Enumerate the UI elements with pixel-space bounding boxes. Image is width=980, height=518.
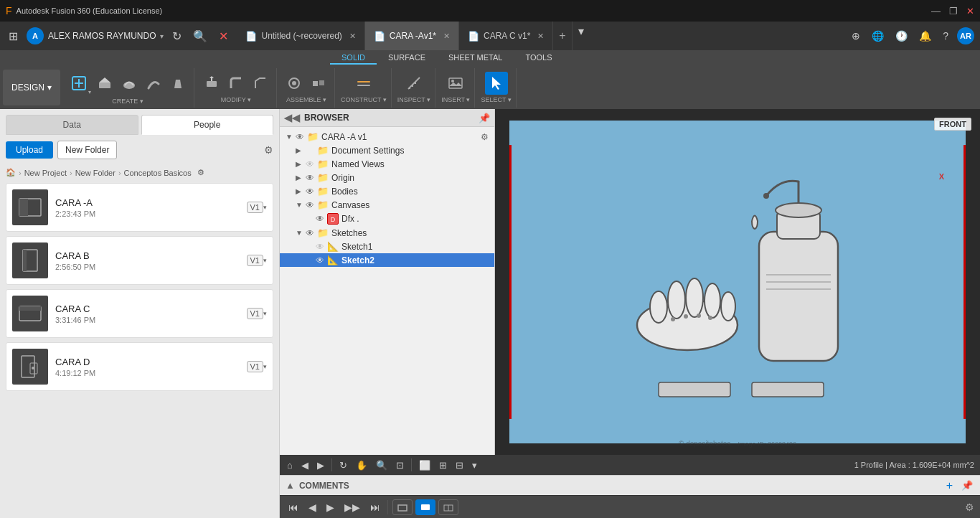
- help-icon[interactable]: ?: [940, 27, 951, 44]
- breadcrumb-settings-icon[interactable]: ⚙: [197, 168, 204, 177]
- user-profile[interactable]: A ALEX RAMOS RAYMUNDO ▾: [27, 27, 164, 44]
- extrude-button[interactable]: [93, 72, 116, 95]
- tab-cara-c-close[interactable]: ✕: [537, 32, 544, 41]
- tab-tools[interactable]: TOOLS: [514, 52, 563, 65]
- timeline-btn-sketch[interactable]: [392, 499, 413, 515]
- origin-expand-icon[interactable]: ▶: [296, 174, 306, 182]
- viewport[interactable]: Z X FRONT: [495, 109, 980, 455]
- playback-settings-icon[interactable]: ⚙: [965, 501, 974, 513]
- clock-icon[interactable]: 🕐: [892, 27, 910, 44]
- file-item-cara-a[interactable]: CARA -A 2:23:43 PM V1 ▾: [6, 183, 273, 232]
- file-item-cara-d[interactable]: CARA D 4:19:12 PM V1 ▾: [6, 342, 273, 391]
- sketches-eye-icon[interactable]: 👁: [306, 228, 317, 238]
- canvases-eye-icon[interactable]: 👁: [306, 200, 317, 210]
- bodies-expand-icon[interactable]: ▶: [296, 187, 306, 195]
- user-avatar-right[interactable]: AR: [957, 27, 974, 44]
- file-version-chevron-cara-a[interactable]: ▾: [263, 204, 267, 211]
- close-button[interactable]: ✕: [966, 6, 974, 17]
- named-views-expand-icon[interactable]: ▶: [296, 160, 306, 168]
- vp-pan-icon[interactable]: ✋: [354, 458, 369, 472]
- root-expand-icon[interactable]: ▼: [286, 133, 296, 141]
- sketch1-eye-icon[interactable]: 👁: [316, 242, 327, 252]
- upload-button[interactable]: Upload: [6, 141, 53, 159]
- as-built-joint-button[interactable]: [307, 72, 330, 95]
- file-version-cara-d[interactable]: V1: [247, 361, 263, 372]
- file-item-cara-c[interactable]: CARA C 3:31:46 PM V1 ▾: [6, 289, 273, 338]
- browser-item-sketch2[interactable]: ▶ 👁 📐 Sketch2: [280, 253, 494, 267]
- file-version-chevron-cara-c[interactable]: ▾: [263, 310, 267, 317]
- select-button[interactable]: [485, 72, 508, 95]
- new-component-button[interactable]: ▾: [66, 70, 92, 96]
- playback-next-button[interactable]: ▶▶: [341, 500, 363, 514]
- measure-button[interactable]: [402, 72, 425, 95]
- root-eye-icon[interactable]: 👁: [296, 132, 307, 142]
- timeline-btn-wireframe[interactable]: [438, 499, 458, 515]
- data-tab[interactable]: Data: [6, 115, 138, 135]
- tab-cara-av1[interactable]: 📄 CARA -Av1* ✕: [365, 22, 459, 50]
- notifications-icon[interactable]: 🔔: [916, 27, 934, 44]
- comments-collapse-icon[interactable]: ▲: [286, 480, 295, 491]
- online-icon[interactable]: 🌐: [869, 27, 887, 44]
- breadcrumb-current[interactable]: Conceptos Basicos: [124, 169, 192, 177]
- tab-dropdown-icon[interactable]: ▾: [575, 22, 587, 50]
- playback-last-button[interactable]: ⏭: [367, 500, 383, 514]
- file-version-cara-a[interactable]: V1: [247, 202, 263, 213]
- vp-display-icon[interactable]: ⬜: [418, 458, 432, 472]
- tab-untitled[interactable]: 📄 Untitled (~recovered) ✕: [237, 22, 364, 50]
- sketches-expand-icon[interactable]: ▼: [296, 229, 306, 237]
- browser-item-named-views[interactable]: ▶ 👁 📁 Named Views: [280, 157, 494, 171]
- file-item-cara-b[interactable]: CARA B 2:56:50 PM V1 ▾: [6, 236, 273, 285]
- breadcrumb-home-icon[interactable]: 🏠: [6, 168, 16, 177]
- file-version-cara-c[interactable]: V1: [247, 308, 263, 319]
- offset-plane-button[interactable]: [352, 72, 375, 95]
- file-version-chevron-cara-b[interactable]: ▾: [263, 257, 267, 264]
- browser-item-sketch1[interactable]: ▶ 👁 📐 Sketch1: [280, 240, 494, 253]
- vp-more-icon[interactable]: ▾: [471, 458, 479, 472]
- comments-pin-icon[interactable]: 📌: [960, 479, 974, 492]
- vp-home-icon[interactable]: ⌂: [286, 458, 294, 472]
- named-views-eye-icon[interactable]: 👁: [306, 159, 317, 169]
- loft-button[interactable]: [166, 72, 189, 95]
- tab-untitled-close[interactable]: ✕: [349, 32, 356, 41]
- tab-cara-av1-close[interactable]: ✕: [443, 32, 450, 41]
- timeline-btn-solid[interactable]: [415, 499, 435, 515]
- file-version-cara-b[interactable]: V1: [247, 255, 263, 266]
- bodies-eye-icon[interactable]: 👁: [306, 187, 317, 197]
- browser-item-sketches[interactable]: ▼ 👁 📁 Sketches: [280, 226, 494, 240]
- maximize-button[interactable]: ❐: [949, 6, 958, 17]
- people-tab[interactable]: People: [141, 115, 274, 135]
- playback-play-button[interactable]: ▶: [324, 500, 337, 514]
- browser-item-bodies[interactable]: ▶ 👁 📁 Bodies: [280, 184, 494, 198]
- vp-fit-icon[interactable]: ⊡: [395, 458, 405, 472]
- vp-prev-icon[interactable]: ◀: [300, 458, 310, 472]
- revolve-button[interactable]: [118, 72, 141, 95]
- tab-sheet-metal[interactable]: SHEET METAL: [437, 52, 514, 65]
- browser-item-canvases[interactable]: ▼ 👁 📁 Canvases: [280, 198, 494, 212]
- dfx-eye-icon[interactable]: 👁: [316, 214, 327, 224]
- playback-first-button[interactable]: ⏮: [286, 500, 301, 514]
- vp-next-icon[interactable]: ▶: [316, 458, 326, 472]
- comments-add-button[interactable]: +: [946, 479, 953, 492]
- minimize-button[interactable]: —: [931, 6, 941, 17]
- doc-settings-expand-icon[interactable]: ▶: [296, 146, 306, 154]
- playback-prev-button[interactable]: ◀: [306, 500, 319, 514]
- tab-solid[interactable]: SOLID: [330, 52, 377, 65]
- vp-grid-icon[interactable]: ⊞: [438, 458, 448, 472]
- file-version-chevron-cara-d[interactable]: ▾: [263, 363, 267, 370]
- browser-item-doc-settings[interactable]: ▶ 👁 📁 Document Settings: [280, 143, 494, 157]
- insert-image-button[interactable]: [444, 72, 467, 95]
- search-icon[interactable]: 🔍: [190, 27, 210, 46]
- add-tab-button[interactable]: +: [553, 22, 572, 50]
- vp-view-icon[interactable]: ⊟: [454, 458, 465, 472]
- origin-eye-icon[interactable]: 👁: [306, 173, 317, 183]
- panel-settings-icon[interactable]: ⚙: [264, 144, 273, 156]
- canvases-expand-icon[interactable]: ▼: [296, 201, 306, 209]
- tab-cara-c[interactable]: 📄 CARA C v1* ✕: [459, 22, 553, 50]
- joint-button[interactable]: [283, 72, 306, 95]
- press-pull-button[interactable]: [200, 72, 223, 95]
- browser-item-origin[interactable]: ▶ 👁 📁 Origin: [280, 171, 494, 184]
- browser-collapse-icon[interactable]: ◀◀: [284, 112, 300, 123]
- new-tab-icon[interactable]: ⊕: [849, 27, 863, 44]
- fillet-button[interactable]: [225, 72, 248, 95]
- breadcrumb-project[interactable]: New Project: [24, 169, 67, 177]
